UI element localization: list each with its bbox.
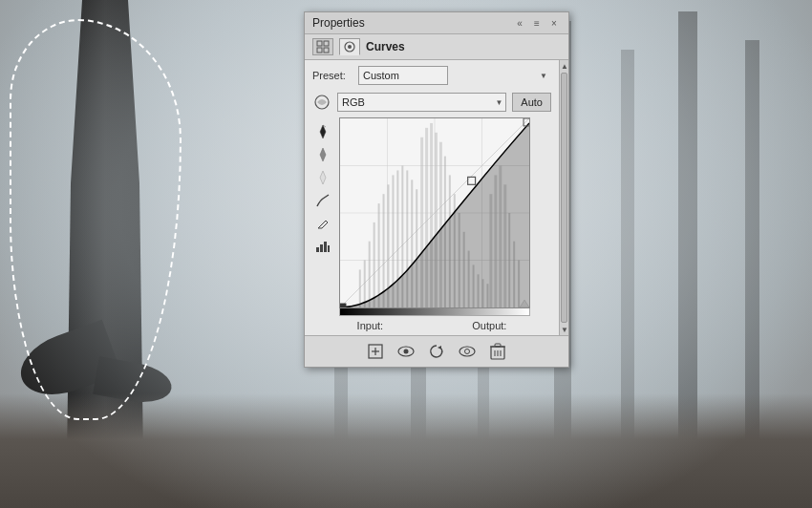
svg-point-63 (404, 349, 409, 354)
panel-controls: « ≡ × (513, 16, 561, 30)
curve-draw-button[interactable] (312, 190, 333, 211)
preset-arrow-icon: ▼ (540, 72, 547, 80)
visibility-button[interactable] (395, 340, 417, 363)
eyedropper-white-button[interactable] (312, 167, 333, 188)
svg-rect-11 (324, 242, 327, 252)
preset-label: Preset: (312, 70, 353, 81)
curves-toolbar (312, 117, 335, 316)
channel-select-wrapper: RGB Red Green Blue ▼ (337, 93, 506, 112)
svg-rect-0 (317, 41, 322, 46)
scroll-up-button[interactable]: ▲ (560, 60, 569, 72)
panel-collapse-button[interactable]: « (513, 16, 526, 30)
svg-rect-12 (328, 245, 330, 252)
svg-rect-21 (364, 261, 366, 308)
delete-button[interactable] (486, 340, 509, 363)
svg-rect-23 (374, 222, 375, 307)
gradient-bar (339, 308, 530, 316)
scroll-down-button[interactable]: ▼ (560, 324, 569, 335)
channel-tool-icon[interactable] (312, 93, 331, 112)
tab-curves-label: Curves (366, 40, 405, 53)
svg-rect-24 (378, 203, 380, 307)
channel-select[interactable]: RGB Red Green Blue (337, 93, 506, 112)
input-label: Input: (357, 320, 384, 331)
svg-rect-1 (324, 41, 329, 46)
panel-content: Preset: Custom Default Strong Contrast M… (305, 60, 568, 335)
add-adjustment-button[interactable] (364, 340, 387, 363)
svg-rect-9 (316, 247, 319, 252)
bottom-toolbar (305, 335, 568, 367)
scroll-thumb[interactable] (561, 73, 567, 323)
pencil-button[interactable] (312, 213, 333, 234)
tab-bar: Curves (305, 34, 568, 60)
curves-canvas-wrapper (339, 117, 551, 316)
preset-select[interactable]: Custom Default Strong Contrast Medium Co… (358, 66, 448, 85)
svg-rect-3 (324, 48, 329, 53)
svg-rect-10 (320, 244, 323, 252)
curves-svg (340, 118, 529, 307)
eyedropper-black-button[interactable] (312, 121, 333, 142)
eye-button[interactable] (456, 340, 479, 363)
svg-point-65 (459, 347, 475, 356)
auto-button[interactable]: Auto (512, 93, 551, 112)
svg-rect-69 (495, 344, 501, 347)
preset-row: Preset: Custom Default Strong Contrast M… (305, 60, 559, 91)
panel-titlebar: Properties « ≡ × (305, 12, 568, 34)
histogram-button[interactable] (312, 236, 333, 257)
channel-row: RGB Red Green Blue ▼ Auto (305, 91, 559, 117)
panel-menu-button[interactable]: ≡ (530, 16, 544, 30)
reset-button[interactable] (425, 340, 448, 363)
eyedropper-gray-button[interactable] (312, 144, 333, 165)
curves-canvas[interactable] (339, 117, 530, 308)
svg-rect-2 (317, 48, 322, 53)
panel-close-button[interactable]: × (547, 16, 561, 30)
tab-adjustments[interactable] (312, 38, 333, 55)
tab-curves[interactable] (339, 38, 360, 55)
svg-marker-64 (438, 346, 441, 349)
curves-area (312, 117, 551, 316)
svg-rect-20 (359, 269, 361, 307)
panel-scrollbar[interactable]: ▲ ▼ (559, 60, 568, 335)
preset-select-wrapper: Custom Default Strong Contrast Medium Co… (358, 66, 551, 85)
svg-rect-56 (340, 304, 346, 307)
svg-point-5 (348, 45, 352, 49)
io-row: Input: Output: (305, 316, 559, 335)
svg-rect-55 (468, 177, 476, 184)
ground (0, 393, 812, 508)
panel-title: Properties (312, 16, 365, 30)
properties-panel: Properties « ≡ × Curves (304, 11, 569, 368)
svg-point-66 (465, 349, 470, 354)
panel-content-wrapper: Preset: Custom Default Strong Contrast M… (305, 60, 568, 335)
svg-rect-22 (369, 242, 371, 307)
svg-rect-25 (383, 194, 385, 307)
output-label: Output: (472, 320, 506, 331)
